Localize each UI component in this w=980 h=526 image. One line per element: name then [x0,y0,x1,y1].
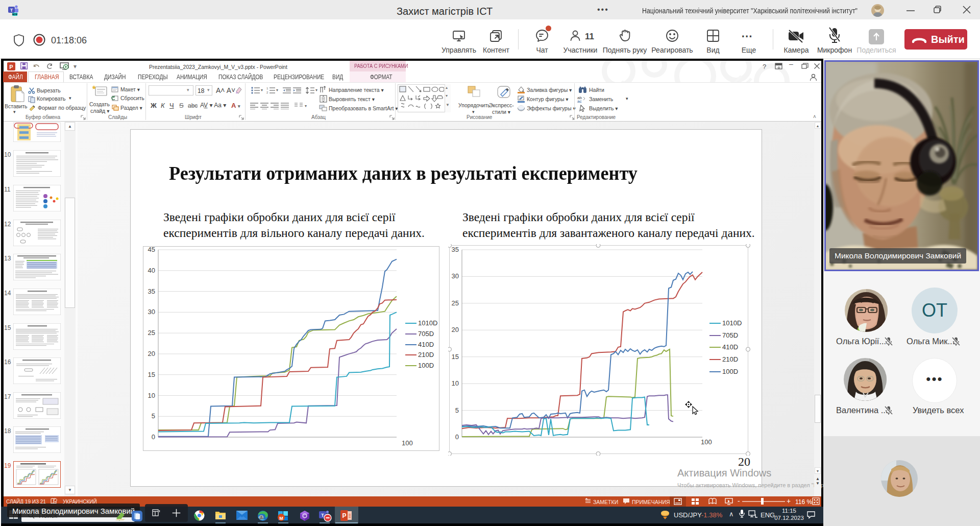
svg-text:P: P [9,64,13,70]
svg-text:35: 35 [452,246,459,253]
svg-text:10: 10 [452,379,459,387]
svg-text:T: T [10,8,13,13]
svg-text:100D: 100D [418,362,434,369]
svg-text:NEW: NEW [12,13,18,16]
svg-text:ac: ac [577,99,581,103]
svg-text:210D: 210D [722,355,738,363]
svg-text:T: T [321,513,324,518]
svg-text:100: 100 [701,438,712,446]
svg-text:20: 20 [452,326,459,333]
svg-text:M: M [279,516,283,521]
svg-text:30: 30 [148,308,155,316]
svg-text:0: 0 [152,433,155,441]
svg-text:1010D: 1010D [722,319,742,327]
svg-text:10: 10 [148,392,155,399]
svg-text:30: 30 [452,272,459,280]
svg-text:5: 5 [455,407,459,414]
svg-text:25: 25 [148,329,155,337]
svg-text:40: 40 [148,267,155,274]
svg-text:410D: 410D [418,341,434,348]
svg-text:2: 2 [266,91,268,94]
svg-text:P: P [342,512,346,519]
svg-text:1010D: 1010D [418,319,437,327]
svg-text:210D: 210D [418,351,434,358]
svg-text:1: 1 [266,87,268,90]
svg-text:15: 15 [148,371,155,378]
svg-text:100: 100 [402,439,413,447]
svg-text:0: 0 [455,433,459,441]
svg-text:100D: 100D [722,368,738,375]
svg-text:705D: 705D [418,330,434,338]
svg-text:35: 35 [148,288,155,295]
svg-text:15: 15 [452,353,459,361]
svg-text:20: 20 [148,350,155,357]
svg-text:410D: 410D [722,343,738,351]
svg-text:705D: 705D [722,331,738,339]
svg-text:5: 5 [152,412,155,420]
svg-text:25: 25 [452,299,459,307]
svg-text:45: 45 [148,246,155,253]
